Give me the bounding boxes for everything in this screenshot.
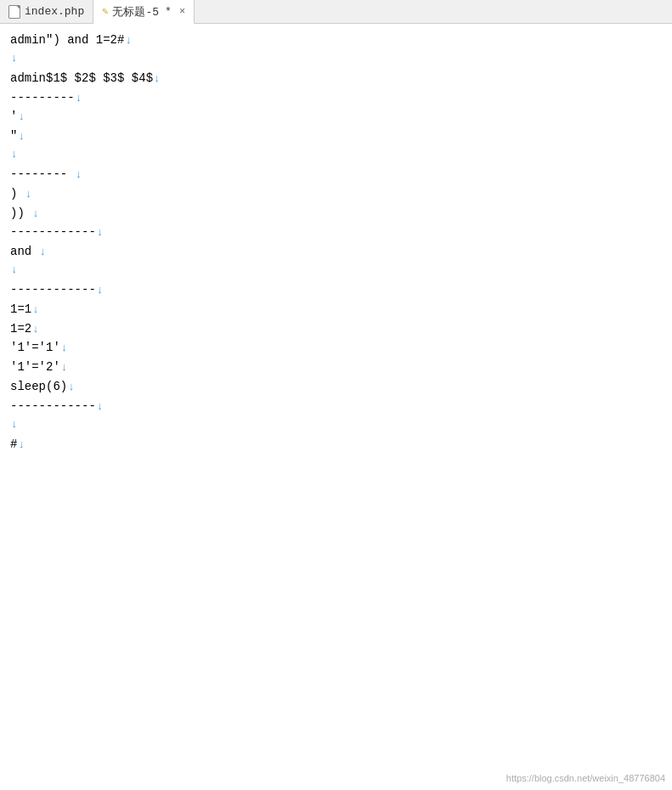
newline-arrow-icon: ↓ xyxy=(11,416,18,434)
line-text: and xyxy=(10,242,39,261)
newline-arrow-icon: ↓ xyxy=(32,206,39,223)
editor-area[interactable]: admin") and 1=2#↓↓admin$1$ $2$ $3$ $4$↓-… xyxy=(0,24,672,790)
newline-arrow-icon: ↓ xyxy=(32,321,39,339)
newline-arrow-icon: ↓ xyxy=(61,359,68,377)
line: ↓ xyxy=(10,50,662,69)
modified-indicator: * xyxy=(165,5,172,18)
watermark: https://blog.csdn.net/weixin_48776804 xyxy=(506,773,665,783)
line: '1'='1'↓ xyxy=(10,338,662,358)
line-text: ------------ xyxy=(10,397,96,415)
newline-arrow-icon: ↓ xyxy=(32,302,39,319)
newline-arrow-icon: ↓ xyxy=(18,437,25,454)
file-icon xyxy=(8,5,20,19)
line-text: ------------ xyxy=(10,223,96,241)
line: ↓ xyxy=(10,262,662,280)
line-text: admin$1$ $2$ $3$ $4$ xyxy=(10,69,153,87)
tab-bar: index.php ✎ 无标题-5 * × xyxy=(0,0,672,24)
tab-untitled-5[interactable]: ✎ 无标题-5 * × xyxy=(93,0,195,24)
line-text: -------- xyxy=(10,165,75,183)
newline-arrow-icon: ↓ xyxy=(61,340,68,358)
line: sleep(6)↓ xyxy=(10,377,662,397)
newline-arrow-icon: ↓ xyxy=(25,186,32,204)
newline-arrow-icon: ↓ xyxy=(97,282,104,300)
newline-arrow-icon: ↓ xyxy=(11,50,18,68)
newline-arrow-icon: ↓ xyxy=(154,71,161,88)
line: #↓ xyxy=(10,435,662,454)
line: admin$1$ $2$ $3$ $4$↓ xyxy=(10,69,662,88)
newline-arrow-icon: ↓ xyxy=(18,109,25,127)
tab-label: index.php xyxy=(25,5,84,18)
line-text: 1=1 xyxy=(10,300,31,319)
line: ↓ xyxy=(10,416,662,435)
line: '1'='2'↓ xyxy=(10,358,662,377)
line: 1=2↓ xyxy=(10,319,662,339)
newline-arrow-icon: ↓ xyxy=(97,224,104,242)
line-text: '1'='1' xyxy=(10,338,60,357)
line-text: '1'='2' xyxy=(10,358,60,376)
line-text: )) xyxy=(10,204,31,223)
tab-label: 无标题-5 xyxy=(112,4,159,20)
newline-arrow-icon: ↓ xyxy=(40,244,47,262)
line-text: ' xyxy=(10,107,17,126)
line: ------------↓ xyxy=(10,397,662,416)
line-text: " xyxy=(10,127,17,145)
newline-arrow-icon: ↓ xyxy=(68,379,75,397)
tab-index-php[interactable]: index.php xyxy=(0,0,93,23)
line-text: ------------ xyxy=(10,280,96,299)
newline-arrow-icon: ↓ xyxy=(97,398,104,416)
line: )) ↓ xyxy=(10,204,662,223)
newline-arrow-icon: ↓ xyxy=(11,146,18,164)
edit-icon: ✎ xyxy=(102,5,108,18)
line: ↓ xyxy=(10,146,662,165)
newline-arrow-icon: ↓ xyxy=(76,90,82,108)
line: ) ↓ xyxy=(10,184,662,204)
line: "↓ xyxy=(10,127,662,146)
line: and ↓ xyxy=(10,242,662,262)
line-text: 1=2 xyxy=(10,319,31,338)
line: ---------↓ xyxy=(10,88,662,108)
line: '↓ xyxy=(10,107,662,127)
line: admin") and 1=2#↓ xyxy=(10,31,662,50)
line-text: sleep(6) xyxy=(10,377,67,396)
tab-close-button[interactable]: × xyxy=(179,6,185,18)
newline-arrow-icon: ↓ xyxy=(125,32,132,50)
newline-arrow-icon: ↓ xyxy=(18,128,25,146)
line-text: # xyxy=(10,435,17,454)
newline-arrow-icon: ↓ xyxy=(11,262,18,279)
line-text: --------- xyxy=(10,88,75,107)
newline-arrow-icon: ↓ xyxy=(76,166,82,184)
line: -------- ↓ xyxy=(10,165,662,184)
line-text: ) xyxy=(10,184,25,203)
line: 1=1↓ xyxy=(10,300,662,319)
line: ------------↓ xyxy=(10,280,662,300)
line-text: admin") and 1=2# xyxy=(10,31,124,49)
line: ------------↓ xyxy=(10,223,662,242)
